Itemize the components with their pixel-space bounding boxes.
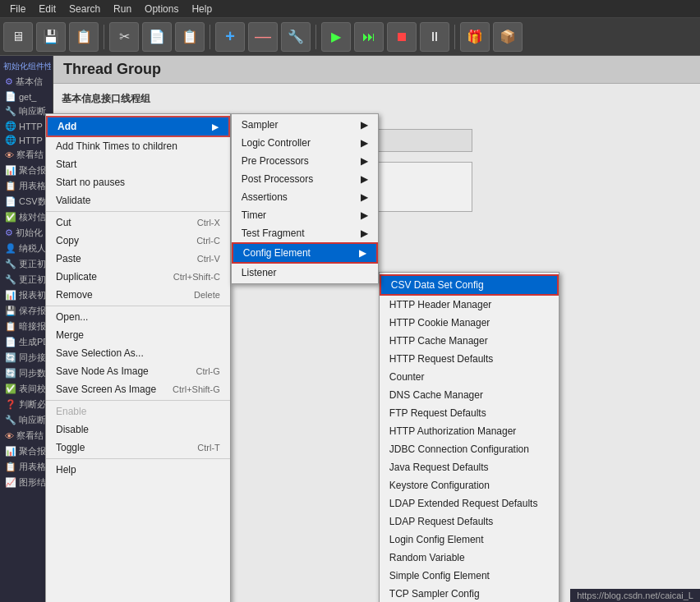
sidebar-item-4[interactable]: 🌐HTTP — [2, 133, 51, 147]
submenu-assertions[interactable]: Assertions ▶ — [232, 188, 378, 206]
sidebar-item-2[interactable]: 🔧响应断 — [2, 103, 51, 119]
sidebar-item-11[interactable]: 👤纳税人 — [2, 241, 51, 256]
sidebar-item-16[interactable]: 📋暗接报 — [2, 319, 51, 334]
timer-arrow-icon: ▶ — [361, 209, 368, 221]
pre-arrow-icon: ▶ — [361, 155, 368, 167]
submenu-ftp-request-defaults[interactable]: FTP Request Defaults — [380, 404, 559, 422]
menu-merge[interactable]: Merge — [46, 326, 230, 344]
sidebar-item-19[interactable]: 🔄同步数 — [2, 365, 51, 381]
sidebar-item-12[interactable]: 🔧更正初 — [2, 256, 51, 272]
sidebar-item-24[interactable]: 📊聚合报 — [2, 443, 51, 459]
menu-run[interactable]: Run — [107, 2, 138, 16]
menu-start[interactable]: Start — [46, 155, 230, 173]
toolbar-pkg2[interactable]: 📦 — [493, 22, 523, 52]
submenu-counter[interactable]: Counter — [380, 368, 559, 386]
menu-save-node-image[interactable]: Save Node As Image Ctrl-G — [46, 362, 230, 380]
toolbar-sep1 — [104, 25, 104, 49]
submenu-timer[interactable]: Timer ▶ — [232, 206, 378, 224]
sidebar-item-8[interactable]: 📄CSV数 — [2, 194, 51, 209]
toolbar-paste[interactable]: 📋 — [175, 22, 205, 52]
menu-paste[interactable]: Paste Ctrl-V — [46, 250, 230, 268]
sidebar-item-26[interactable]: 📈图形结 — [2, 475, 51, 490]
menu-edit[interactable]: Edit — [32, 2, 62, 16]
menu-options[interactable]: Options — [138, 2, 185, 16]
submenu-random-variable[interactable]: Random Variable — [380, 549, 559, 567]
toolbar-copy[interactable]: 📄 — [142, 22, 172, 52]
submenu-keystore-config[interactable]: Keystore Configuration — [380, 476, 559, 494]
menu-save-selection[interactable]: Save Selection As... — [46, 344, 230, 362]
submenu-http-cookie-manager[interactable]: HTTP Cookie Manager — [380, 314, 559, 332]
submenu-http-cache-manager[interactable]: HTTP Cache Manager — [380, 332, 559, 350]
toolbar-open[interactable]: 💾 — [36, 22, 66, 52]
sidebar-item-5[interactable]: 👁察看结 — [2, 147, 51, 163]
submenu-listener[interactable]: Listener — [232, 264, 378, 282]
toolbar-save[interactable]: 📋 — [69, 22, 99, 52]
menu-cut[interactable]: Cut Ctrl-X — [46, 214, 230, 232]
sidebar-item-23[interactable]: 👁察看结 — [2, 428, 51, 443]
sidebar-item-20[interactable]: ✅表间校 — [2, 381, 51, 397]
sidebar-item-21[interactable]: ❓判断必 — [2, 397, 51, 412]
submenu-logic-controller[interactable]: Logic Controller ▶ — [232, 134, 378, 152]
menu-enable: Enable — [46, 402, 230, 420]
submenu-login-config[interactable]: Login Config Element — [380, 531, 559, 549]
toolbar-start[interactable]: ▶ — [321, 22, 351, 52]
sidebar-item-25[interactable]: 📋用表格 — [2, 459, 51, 475]
toolbar-pkg1[interactable]: 🎁 — [460, 22, 490, 52]
submenu-test-fragment[interactable]: Test Fragment ▶ — [232, 224, 378, 242]
sidebar-item-18[interactable]: 🔄同步接 — [2, 350, 51, 365]
toolbar-pause[interactable]: ⏸ — [420, 22, 449, 52]
menu-open[interactable]: Open... — [46, 308, 230, 326]
submenu-jdbc-connection[interactable]: JDBC Connection Configuration — [380, 440, 559, 458]
submenu-http-header-manager[interactable]: HTTP Header Manager — [380, 296, 559, 314]
sidebar-item-14[interactable]: 📊报表初 — [2, 287, 51, 303]
menu-add-think-times[interactable]: Add Think Times to children — [46, 137, 230, 155]
sidebar-item-15[interactable]: 💾保存报 — [2, 303, 51, 319]
toolbar-remove[interactable]: — — [248, 22, 278, 52]
menu-copy[interactable]: Copy Ctrl-C — [46, 232, 230, 250]
submenu-csv-data-set[interactable]: CSV Data Set Config — [380, 274, 559, 296]
menu-toggle[interactable]: Toggle Ctrl-T — [46, 439, 230, 457]
submenu-http-request-defaults[interactable]: HTTP Request Defaults — [380, 350, 559, 368]
submenu-java-request-defaults[interactable]: Java Request Defaults — [380, 458, 559, 476]
toolbar-start-no-pause[interactable]: ⏭ — [354, 22, 384, 52]
menu-help[interactable]: Help — [185, 2, 219, 16]
submenu-ldap-extended[interactable]: LDAP Extended Request Defaults — [380, 494, 559, 512]
sidebar-item-6[interactable]: 📊聚合报 — [2, 163, 51, 178]
menu-validate[interactable]: Validate — [46, 191, 230, 209]
sidebar-item-7[interactable]: 📋用表格 — [2, 178, 51, 194]
menubar: File Edit Search Run Options Help — [0, 0, 700, 18]
sidebar-item-13[interactable]: 🔧更正初 — [2, 272, 51, 287]
submenu-http-auth-manager[interactable]: HTTP Authorization Manager — [380, 422, 559, 440]
menu-save-screen-image[interactable]: Save Screen As Image Ctrl+Shift-G — [46, 380, 230, 398]
submenu-simple-config[interactable]: Simple Config Element — [380, 567, 559, 585]
sidebar-item-1[interactable]: 📄get_ — [2, 90, 51, 103]
menu-add[interactable]: Add ▶ — [46, 116, 230, 137]
context-menu: Add ▶ Add Think Times to children Start … — [45, 113, 231, 602]
submenu-pre-processors[interactable]: Pre Processors ▶ — [232, 152, 378, 170]
submenu-dns-cache-manager[interactable]: DNS Cache Manager — [380, 386, 559, 404]
menu-help[interactable]: Help — [46, 461, 230, 479]
toolbar-settings[interactable]: 🔧 — [281, 22, 311, 52]
submenu-ldap-request-defaults[interactable]: LDAP Request Defaults — [380, 512, 559, 531]
submenu-sampler[interactable]: Sampler ▶ — [232, 116, 378, 134]
menu-disable[interactable]: Disable — [46, 420, 230, 439]
menu-duplicate[interactable]: Duplicate Ctrl+Shift-C — [46, 268, 230, 286]
menu-remove[interactable]: Remove Delete — [46, 286, 230, 304]
menu-start-no-pauses[interactable]: Start no pauses — [46, 173, 230, 191]
toolbar-new[interactable]: 🖥 — [3, 22, 33, 52]
submenu-post-processors[interactable]: Post Processors ▶ — [232, 170, 378, 188]
menu-file[interactable]: File — [3, 2, 32, 16]
sidebar-item-22[interactable]: 🔧响应断 — [2, 412, 51, 428]
toolbar-add[interactable]: + — [215, 22, 245, 52]
toolbar-cut[interactable]: ✂ — [109, 22, 139, 52]
sidebar-item-9[interactable]: ✅核对信 — [2, 209, 51, 225]
sidebar-project-title[interactable]: 初始化组件性能测试计划 — [2, 59, 51, 74]
sidebar-item-10[interactable]: ⚙初始化 — [2, 225, 51, 241]
submenu-tcp-sampler-config[interactable]: TCP Sampler Config — [380, 585, 559, 602]
submenu-config-element[interactable]: Config Element ▶ — [232, 242, 378, 264]
sidebar-item-3[interactable]: 🌐HTTP — [2, 119, 51, 133]
toolbar-stop[interactable]: ⏹ — [387, 22, 417, 52]
sidebar-item-17[interactable]: 📄生成PD — [2, 334, 51, 350]
menu-search[interactable]: Search — [62, 2, 107, 16]
sidebar-item-0[interactable]: ⚙基本信 — [2, 74, 51, 90]
